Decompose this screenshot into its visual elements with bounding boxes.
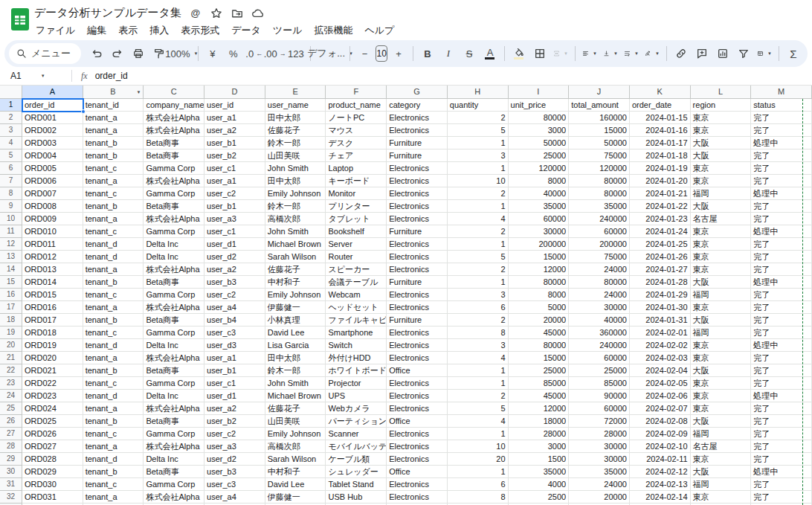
cell-C5[interactable]: Beta商事 [144,149,204,162]
cell-M26[interactable]: 完了 [751,415,812,428]
cell-E17[interactable]: 伊藤健一 [265,301,326,314]
cell-K9[interactable]: 2024-01-22 [630,200,691,213]
cell-A20[interactable]: ORD019 [22,339,83,352]
cell-D24[interactable]: user_d1 [204,390,265,402]
cell-F13[interactable]: Router [326,251,387,263]
cell-C6[interactable]: Gamma Corp [144,162,204,175]
cell-H12[interactable]: 1 [448,238,509,251]
cell-G24[interactable]: Electronics [387,390,448,402]
cell-K23[interactable]: 2024-02-05 [630,377,691,390]
cell-H24[interactable]: 2 [448,390,509,402]
cell-G19[interactable]: Electronics [387,327,448,339]
increase-decimal-button[interactable]: .00→ [265,44,285,63]
cell-M7[interactable]: 完了 [751,175,812,187]
cell-M14[interactable]: 完了 [751,263,812,276]
cell-K30[interactable]: 2024-02-12 [630,466,691,478]
cell-B12[interactable]: tenant_d [83,238,144,251]
text-wrap-button[interactable]: ▼ [622,44,641,63]
select-all-corner[interactable] [0,86,22,99]
cell-E3[interactable]: 佐藤花子 [265,124,326,137]
cell-D31[interactable]: user_c3 [204,478,265,491]
cell-A6[interactable]: ORD005 [22,162,83,175]
cell-G8[interactable]: Electronics [387,187,448,200]
cell-D3[interactable]: user_a2 [204,124,265,137]
cell-J28[interactable]: 30000 [569,440,630,453]
cell-M11[interactable]: 処理中 [751,225,812,238]
cell-D10[interactable]: user_a3 [204,213,265,225]
cell-B14[interactable]: tenant_a [83,263,144,276]
cell-E9[interactable]: 鈴木一郎 [265,200,326,213]
cell-E28[interactable]: 高橋次郎 [265,440,326,453]
insert-link-button[interactable] [671,44,691,63]
cell-K20[interactable]: 2024-02-02 [630,339,691,352]
table-views-button[interactable]: ▼ [755,44,774,63]
menu-edit[interactable]: 編集 [81,22,112,39]
menu-view[interactable]: 表示 [112,22,144,39]
cell-A15[interactable]: ORD014 [22,276,83,289]
cell-F15[interactable]: 会議テーブル [326,276,387,289]
cell-D4[interactable]: user_b1 [204,137,265,149]
column-header-D[interactable]: D [204,86,265,99]
cell-H1[interactable]: quantity [448,99,509,112]
cell-B4[interactable]: tenant_b [83,137,144,149]
cell-E31[interactable]: David Lee [265,478,326,491]
cell-M12[interactable]: 完了 [751,238,812,251]
cell-E11[interactable]: John Smith [265,225,326,238]
cell-K15[interactable]: 2024-01-28 [630,276,691,289]
row-header-28[interactable]: 28 [0,440,22,453]
cell-I27[interactable]: 28000 [509,428,570,440]
cell-F16[interactable]: Webcam [326,289,387,301]
cell-L2[interactable]: 東京 [691,112,752,124]
cell-I20[interactable]: 80000 [509,339,570,352]
cell-H22[interactable]: 1 [448,364,509,377]
cell-I2[interactable]: 80000 [509,112,570,124]
cell-M9[interactable]: 完了 [751,200,812,213]
row-header-22[interactable]: 22 [0,364,22,377]
font-family-selector[interactable]: デフォ... ▼ [315,44,346,63]
cell-G27[interactable]: Electronics [387,428,448,440]
cell-E16[interactable]: Emily Johnson [265,289,326,301]
vertical-align-button[interactable]: ▼ [601,44,620,63]
cell-E4[interactable]: 鈴木一郎 [265,137,326,149]
cell-K27[interactable]: 2024-02-09 [630,428,691,440]
cell-D22[interactable]: user_b1 [204,364,265,377]
cell-H27[interactable]: 1 [448,428,509,440]
cell-F26[interactable]: パーティション [326,415,387,428]
cell-M13[interactable]: 完了 [751,251,812,263]
cell-K25[interactable]: 2024-02-07 [630,402,691,415]
cell-D19[interactable]: user_c3 [204,327,265,339]
cell-M30[interactable]: 処理中 [751,466,812,478]
cell-K4[interactable]: 2024-01-17 [630,137,691,149]
cell-A10[interactable]: ORD009 [22,213,83,225]
row-header-6[interactable]: 6 [0,162,22,175]
cell-D27[interactable]: user_c2 [204,428,265,440]
cell-H3[interactable]: 5 [448,124,509,137]
cell-J29[interactable]: 30000 [569,453,630,466]
row-header-8[interactable]: 8 [0,187,22,200]
column-header-M[interactable]: M [751,86,812,99]
cell-C19[interactable]: Gamma Corp [144,327,204,339]
cell-A26[interactable]: ORD025 [22,415,83,428]
cell-L23[interactable]: 東京 [691,377,752,390]
cell-E10[interactable]: 高橋次郎 [265,213,326,225]
cell-J7[interactable]: 80000 [569,175,630,187]
cell-M32[interactable]: 完了 [751,491,812,504]
cell-B22[interactable]: tenant_b [83,364,144,377]
cell-J17[interactable]: 30000 [569,301,630,314]
cell-F22[interactable]: ホワイトボード [326,364,387,377]
column-header-C[interactable]: C [144,86,204,99]
cell-E22[interactable]: 鈴木一郎 [265,364,326,377]
cell-H5[interactable]: 3 [448,149,509,162]
row-header-19[interactable]: 19 [0,327,22,339]
cell-C20[interactable]: Delta Inc [144,339,204,352]
cell-A29[interactable]: ORD028 [22,453,83,466]
cell-J22[interactable]: 25000 [569,364,630,377]
cell-F28[interactable]: モバイルバッテリー [326,440,387,453]
cell-I14[interactable]: 12000 [509,263,570,276]
cell-G17[interactable]: Electronics [387,301,448,314]
cell-M23[interactable]: 完了 [751,377,812,390]
cell-G1[interactable]: category [387,99,448,112]
cell-G26[interactable]: Office [387,415,448,428]
cell-H30[interactable]: 1 [448,466,509,478]
cell-D1[interactable]: user_id [204,99,265,112]
